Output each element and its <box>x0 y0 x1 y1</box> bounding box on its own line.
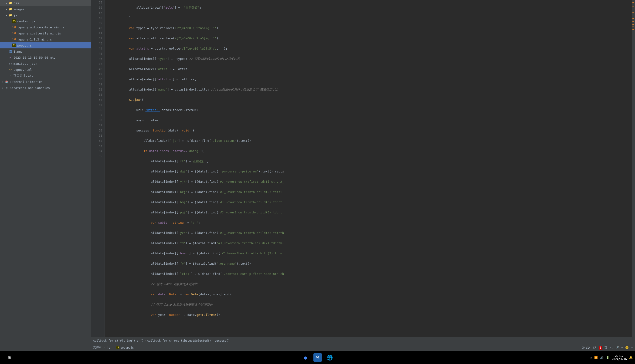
scroll-mark <box>632 18 634 19</box>
sidebar-item-external-libs[interactable]: 📚 External Libraries <box>0 79 91 85</box>
sidebar-item-label: manifest.json <box>14 62 89 66</box>
sidebar-item-label: 1.png <box>14 50 89 53</box>
img-icon: 🖼 <box>9 50 13 53</box>
system-tray: ∧ 📶 🔊 🔋 22:17 2024/3/16 🔔 <box>590 354 633 361</box>
breadcrumb-item[interactable]: success() <box>215 339 230 342</box>
sidebar-item-label: 项目走读.txt <box>14 74 89 78</box>
status-path-js: js <box>107 346 110 349</box>
sidebar-item-label: popup.html <box>14 68 89 72</box>
sidebar-item-label: External Libraries <box>10 80 89 84</box>
chrome-icon: ● <box>304 355 307 360</box>
taskbar-chrome[interactable]: ● <box>301 353 310 362</box>
js-icon: JS <box>12 19 16 23</box>
line-num: 51 <box>91 82 102 87</box>
sidebar-item-css[interactable]: 📁 css <box>0 0 91 6</box>
line-num: 35 <box>91 0 102 5</box>
breadcrumb-bar: callback for $('#js_img').on() › callbac… <box>91 337 635 344</box>
breadcrumb-sep: › <box>103 346 105 349</box>
word-icon: W <box>316 356 319 360</box>
sidebar-item-jquery-autocomplete[interactable]: 101 jquery.autocomplete.min.js <box>0 24 91 30</box>
more-icon: ⋯ <box>631 346 633 349</box>
sidebar-item-label: Scratches and Consoles <box>10 86 89 90</box>
arrow-icon <box>1 80 5 84</box>
taskbar-word[interactable]: W <box>313 353 322 362</box>
txt-icon: ≡ <box>9 74 13 78</box>
arrow-icon <box>5 7 9 11</box>
cursor-position: 34:14 <box>582 346 590 349</box>
status-filename: JS popup.js <box>116 346 134 349</box>
sidebar-item-label: images <box>14 8 89 11</box>
taskbar-edge[interactable]: 🌐 <box>326 353 334 362</box>
status-bar: 实脚本 › js › JS popup.js 34:14 CR S 英 ·, 🎤… <box>91 344 635 351</box>
sidebar-item-video[interactable]: ▶ 2023-10-13 19-50-06.mkv <box>0 54 91 60</box>
sidebar-item-popup-html[interactable]: <> popup.html <box>0 66 91 72</box>
sidebar-item-js[interactable]: 📁 js <box>0 12 91 18</box>
scroll-mark <box>632 24 634 25</box>
scroll-mark <box>632 32 634 32</box>
sidebar-item-popup-js[interactable]: JS popup.js <box>0 42 91 48</box>
clock[interactable]: 22:17 2024/3/16 <box>612 354 627 361</box>
tray-up-arrow[interactable]: ∧ <box>590 356 592 359</box>
scroll-mark <box>632 26 634 27</box>
sidebar-item-manifest[interactable]: {} manifest.json <box>0 60 91 66</box>
line-num: 60 <box>91 128 102 133</box>
line-num: 43 <box>91 41 102 46</box>
edge-icon: 🌐 <box>326 355 333 360</box>
keyboard-icon: ⌨ <box>621 346 623 349</box>
taskbar-start-button[interactable]: ⊞ <box>5 353 14 362</box>
scroll-mark <box>632 29 634 30</box>
folder-icon: 📁 <box>9 1 13 5</box>
sidebar-item-jquery-xgallerify[interactable]: 101 jquery.xgallerify.min.js <box>0 30 91 36</box>
scroll-bar[interactable] <box>632 0 635 337</box>
scroll-mark <box>632 22 634 22</box>
line-num: 46 <box>91 56 102 62</box>
punct-indicator: ·, <box>610 346 613 349</box>
code-editor[interactable]: alldata[index]['zclx'] = '自行处置'; } var t… <box>105 0 632 337</box>
editor-container: 35 36 37 38 39 40 41 42 43 44 45 46 47 4… <box>91 0 635 351</box>
date-display: 2024/3/16 <box>612 358 627 361</box>
status-file-type: 实脚本 <box>93 346 102 350</box>
line-num: 47 <box>91 62 102 66</box>
line-num: 36 <box>91 5 102 10</box>
arrow-icon <box>1 86 5 90</box>
notification-icon[interactable]: 🔔 <box>629 356 633 359</box>
breadcrumb-separator: › <box>145 339 146 342</box>
sidebar-item-images[interactable]: 📁 images <box>0 6 91 12</box>
code-area: 35 36 37 38 39 40 41 42 43 44 45 46 47 4… <box>91 0 635 337</box>
line-num: 54 <box>91 97 102 102</box>
line-num: 48 <box>91 66 102 72</box>
windows-icon: ⊞ <box>8 355 11 360</box>
arrow-icon <box>5 1 9 5</box>
arrow-icon <box>5 13 9 17</box>
line-num: 62 <box>91 138 102 143</box>
sidebar-item-1png[interactable]: 🖼 1.png <box>0 48 91 54</box>
line-num: 42 <box>91 36 102 41</box>
extlib-icon: 📚 <box>5 80 9 84</box>
sidebar-item-content-js[interactable]: JS content.js <box>0 18 91 24</box>
line-num: 52 <box>91 87 102 92</box>
breadcrumb-item[interactable]: callback for chrome.tabs.getSelected() <box>147 339 211 342</box>
sidebar-item-jquery-183[interactable]: 101 jquery-1.8.3.min.js <box>0 36 91 42</box>
sidebar-item-label: css <box>14 2 89 5</box>
line-num: 49 <box>91 72 102 77</box>
sidebar: 📁 css 📁 images 📁 js JS content.js 101 jq… <box>0 0 91 351</box>
sidebar-item-scratches[interactable]: ≡ Scratches and Consoles <box>0 85 91 91</box>
breadcrumb-item[interactable]: callback for $('#js_img').on() <box>93 339 144 342</box>
line-num: 37 <box>91 10 102 15</box>
line-num: 55 <box>91 102 102 108</box>
folder-icon: 📁 <box>9 7 13 11</box>
scratch-icon: ≡ <box>5 86 9 90</box>
folder-icon: 📁 <box>9 13 13 17</box>
scroll-mark <box>632 12 634 12</box>
time-display: 22:17 <box>612 354 627 358</box>
taskbar: ⊞ ● W 🌐 ∧ 📶 🔊 🔋 22:17 2024/3/16 🔔 <box>0 351 635 364</box>
breadcrumb-sep: › <box>112 346 114 349</box>
sidebar-item-label: 2023-10-13 19-50-06.mkv <box>14 56 89 59</box>
sidebar-item-label: jquery-1.8.3.min.js <box>17 38 89 41</box>
sidebar-item-label: jquery.xgallerify.min.js <box>17 32 89 35</box>
js-min-icon: 101 <box>12 25 16 29</box>
sidebar-item-txt[interactable]: ≡ 项目走读.txt <box>0 72 91 79</box>
network-icon: 📶 <box>594 356 598 359</box>
status-left: 实脚本 › js › JS popup.js <box>93 346 134 350</box>
video-icon: ▶ <box>9 56 13 59</box>
